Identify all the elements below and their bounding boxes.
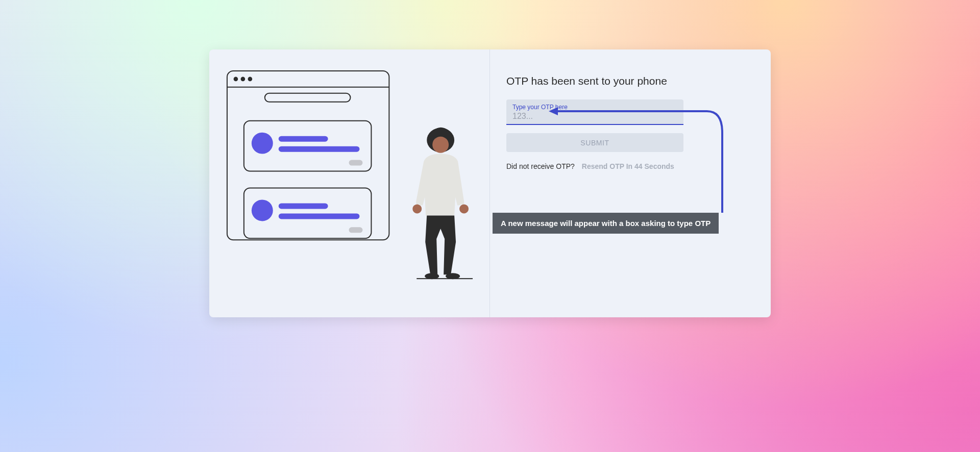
svg-point-4 (248, 77, 253, 82)
resend-countdown: Resend OTP In 44 Seconds (582, 162, 674, 170)
svg-rect-5 (265, 93, 351, 102)
svg-rect-8 (279, 136, 328, 142)
annotation-callout: A new message will appear with a box ask… (493, 213, 719, 234)
resend-row: Did not receive OTP? Resend OTP In 44 Se… (506, 162, 743, 170)
svg-point-12 (252, 199, 273, 221)
posts-and-person-illustration (209, 49, 489, 317)
svg-rect-9 (279, 146, 360, 152)
svg-rect-22 (416, 278, 473, 279)
otp-card: OTP has been sent to your phone Type you… (209, 49, 771, 317)
otp-input[interactable] (512, 112, 677, 121)
otp-field-label: Type your OTP here (512, 104, 677, 111)
svg-rect-14 (279, 213, 360, 219)
svg-point-3 (241, 77, 246, 82)
svg-rect-10 (349, 160, 362, 166)
svg-point-17 (432, 137, 449, 153)
otp-field[interactable]: Type your OTP here (506, 99, 683, 125)
svg-point-18 (412, 204, 422, 213)
otp-heading: OTP has been sent to your phone (506, 75, 743, 87)
svg-point-2 (234, 77, 238, 82)
submit-button[interactable]: SUBMIT (506, 133, 683, 152)
illustration-panel (209, 49, 490, 317)
svg-point-7 (252, 133, 273, 154)
resend-question: Did not receive OTP? (506, 162, 575, 170)
svg-point-19 (459, 204, 469, 213)
svg-rect-15 (349, 227, 362, 233)
otp-form-panel: OTP has been sent to your phone Type you… (490, 49, 771, 317)
svg-rect-13 (279, 203, 328, 209)
